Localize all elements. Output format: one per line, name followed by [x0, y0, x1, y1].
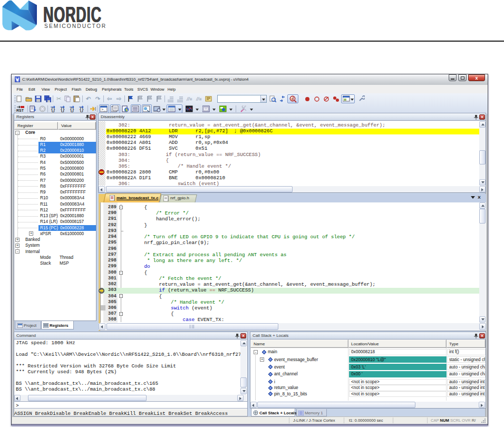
svg-text:>_: >_ — [101, 108, 106, 112]
svg-text:S: S — [125, 108, 128, 112]
svg-text:RST: RST — [16, 109, 24, 112]
svg-text:d: d — [292, 96, 294, 101]
